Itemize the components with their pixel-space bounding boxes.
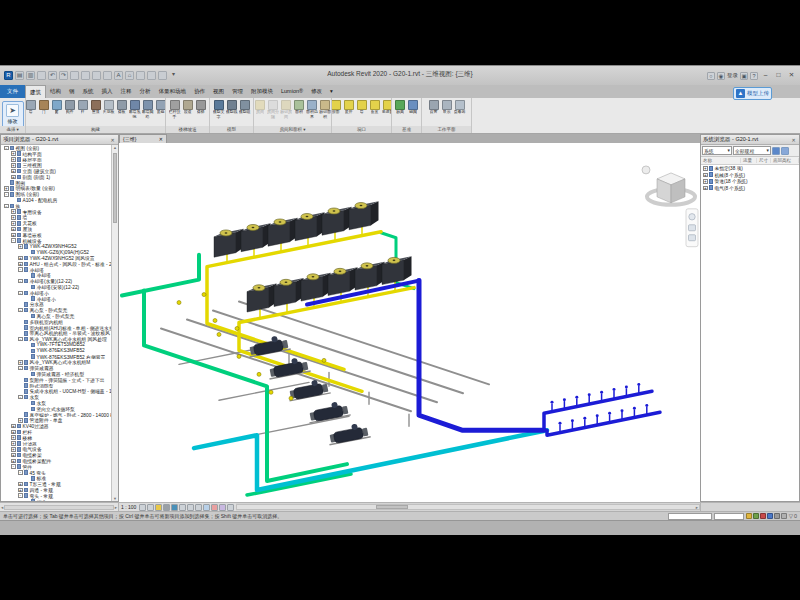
ribbon-button[interactable]: 垂直 xyxy=(369,100,381,115)
cyan-pipe-run[interactable] xyxy=(194,430,547,490)
ribbon-button[interactable]: 栏杆扶手 xyxy=(169,100,181,119)
view-tab[interactable]: {三维} ✕ xyxy=(119,134,167,143)
ribbon-button[interactable]: 窗 xyxy=(51,100,63,115)
ribbon-button[interactable]: 柱 xyxy=(77,100,89,115)
expander-icon[interactable]: + xyxy=(11,453,16,458)
expander-icon[interactable]: + xyxy=(18,360,23,365)
scale-button[interactable]: 1 : 100 xyxy=(121,504,136,510)
expander-icon[interactable] xyxy=(25,296,30,301)
tab-file[interactable]: 文件 xyxy=(0,85,25,98)
expander-icon[interactable]: + xyxy=(4,186,9,191)
tab-analyze[interactable]: 分析 xyxy=(136,85,155,98)
home-icon[interactable] xyxy=(642,166,650,174)
expander-icon[interactable] xyxy=(18,412,23,417)
expander-icon[interactable] xyxy=(18,331,23,336)
expander-icon[interactable]: + xyxy=(703,166,708,171)
tab-lumion[interactable]: Lumion® xyxy=(277,85,307,98)
expander-icon[interactable] xyxy=(25,499,30,501)
show-crop-icon[interactable] xyxy=(187,504,194,511)
visual-style-icon[interactable] xyxy=(147,504,154,511)
temporary-hide-icon[interactable] xyxy=(203,504,210,511)
tab-systems[interactable]: 系统 xyxy=(79,85,98,98)
expander-icon[interactable]: - xyxy=(11,464,16,469)
ribbon-button[interactable]: 面积 xyxy=(293,100,305,115)
expander-icon[interactable]: - xyxy=(11,238,16,243)
unlocked-3d-icon[interactable] xyxy=(195,504,202,511)
restore-button[interactable]: □ xyxy=(773,70,784,81)
ribbon-button[interactable]: 楼梯 xyxy=(195,100,207,115)
ribbon-button[interactable]: 竖梃 xyxy=(155,100,166,115)
tab-massing-site[interactable]: 体量和场地 xyxy=(155,85,191,98)
expander-icon[interactable]: + xyxy=(703,186,708,191)
tab-collaborate[interactable]: 协作 xyxy=(190,85,209,98)
expander-icon[interactable]: - xyxy=(18,279,23,284)
scroll-down-icon[interactable]: ▼ xyxy=(112,496,118,501)
expander-icon[interactable]: + xyxy=(11,227,16,232)
expander-icon[interactable]: + xyxy=(18,482,23,487)
viewcube[interactable] xyxy=(642,166,695,205)
selection-filter[interactable]: ▽ 0 xyxy=(789,513,797,519)
expander-icon[interactable]: + xyxy=(11,430,16,435)
expander-icon[interactable] xyxy=(18,383,23,388)
expander-icon[interactable]: - xyxy=(18,493,23,498)
ribbon-collapse-icon[interactable]: ▾ xyxy=(326,85,337,98)
expander-icon[interactable] xyxy=(25,314,30,319)
design-options-icon[interactable] xyxy=(753,513,759,519)
project-browser-header[interactable]: 项目浏览器 - G20-1.rvt ✕ xyxy=(1,135,118,145)
autofit-columns-icon[interactable] xyxy=(772,147,780,155)
column-flow[interactable]: 流量 xyxy=(741,158,757,163)
expander-icon[interactable]: + xyxy=(18,418,23,423)
model-canvas[interactable] xyxy=(119,143,700,502)
expander-icon[interactable] xyxy=(25,343,30,348)
editable-only-icon[interactable] xyxy=(760,513,766,519)
background-processes-icon[interactable] xyxy=(781,513,787,519)
ribbon-button[interactable]: 幕墙系统 xyxy=(129,100,141,119)
minimize-button[interactable]: – xyxy=(760,70,771,81)
sync-icon[interactable] xyxy=(37,71,46,80)
tab-structure[interactable]: 结构 xyxy=(46,85,65,98)
help-icon[interactable]: ? xyxy=(750,72,758,80)
expander-icon[interactable] xyxy=(25,354,30,359)
discipline-dropdown[interactable]: 全部规程▾ xyxy=(733,146,771,155)
user-interface-icon[interactable] xyxy=(158,71,167,80)
expander-icon[interactable] xyxy=(25,250,30,255)
ribbon-button[interactable]: 标记面积 xyxy=(319,100,331,119)
expander-icon[interactable]: + xyxy=(11,209,16,214)
default-3d-icon[interactable] xyxy=(125,71,134,80)
column-bottom-elevation[interactable]: 底部高程 xyxy=(771,158,799,163)
tab-manage[interactable]: 管理 xyxy=(228,85,247,98)
expander-icon[interactable]: + xyxy=(11,215,16,220)
expander-icon[interactable]: + xyxy=(11,233,16,238)
expander-icon[interactable]: + xyxy=(11,169,16,174)
design-options-field[interactable] xyxy=(714,513,744,520)
app-store-icon[interactable]: ▣ xyxy=(740,72,748,80)
expander-icon[interactable] xyxy=(25,372,30,377)
ribbon-button[interactable]: 面积边界 xyxy=(306,100,318,119)
show-constraints-icon[interactable] xyxy=(227,504,234,511)
expander-icon[interactable]: - xyxy=(18,308,23,313)
ribbon-button[interactable]: 老虎窗 xyxy=(382,100,392,115)
expander-icon[interactable]: + xyxy=(11,447,16,452)
expander-icon[interactable]: + xyxy=(18,488,23,493)
scrollbar-thumb[interactable] xyxy=(376,505,408,509)
expander-icon[interactable]: + xyxy=(18,244,23,249)
expander-icon[interactable]: + xyxy=(18,262,23,267)
scrollbar-thumb[interactable] xyxy=(113,153,117,223)
expander-icon[interactable]: + xyxy=(11,441,16,446)
expander-icon[interactable] xyxy=(18,320,23,325)
tab-modify[interactable]: 修改 xyxy=(307,85,326,98)
navigation-bar[interactable] xyxy=(686,209,698,247)
tree-item[interactable]: - 风冷_YWK离心式冷水机组 回风处理 xyxy=(1,336,111,342)
crop-view-icon[interactable] xyxy=(179,504,186,511)
expander-icon[interactable] xyxy=(18,389,23,394)
ribbon-button[interactable]: 轴网 xyxy=(407,100,419,115)
ribbon-button[interactable]: 标高 xyxy=(394,100,406,115)
project-browser-hscroll[interactable]: ◂▸ xyxy=(0,503,119,511)
expander-icon[interactable]: - xyxy=(18,267,23,272)
worksharing-display-icon[interactable] xyxy=(774,513,780,519)
expander-icon[interactable]: + xyxy=(11,459,16,464)
plugin-upload-button[interactable]: ▲ 模型上传 xyxy=(733,87,772,100)
ribbon-button[interactable]: 显示 xyxy=(441,100,453,115)
user-icon[interactable]: ◉ xyxy=(717,72,725,80)
scroll-right-icon[interactable]: ▸ xyxy=(696,505,698,510)
